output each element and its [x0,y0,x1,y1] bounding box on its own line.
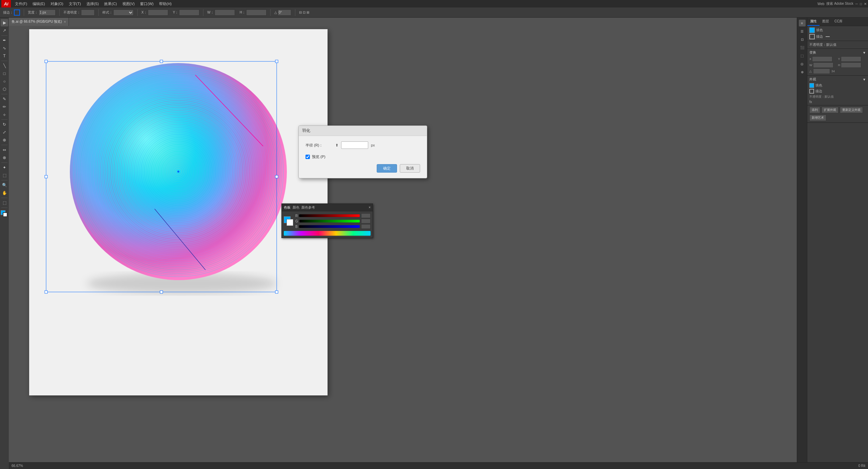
r-slider-track[interactable] [299,214,360,217]
tool-zoom[interactable]: 🔍 [1,181,8,189]
color-panel-close[interactable]: × [369,206,371,209]
tab-cc-libraries[interactable]: CC库 [832,18,845,26]
blur-ok-button[interactable]: 确定 [377,164,397,173]
blur-up-down[interactable]: ⬆ [335,143,338,148]
tool-ellipse[interactable]: ○ [1,78,8,85]
redefine-button[interactable]: 重新定义外观 [840,107,863,113]
handle-bl[interactable] [45,291,47,293]
menu-object[interactable]: 对象(O) [48,0,66,7]
handle-ml[interactable] [45,175,47,178]
handle-bc[interactable] [160,291,163,293]
y-input[interactable]: 800 px [179,9,199,16]
x-input[interactable]: 565.5 px [148,9,168,16]
handle-tr[interactable] [275,60,278,63]
tool-line[interactable]: ╲ [1,62,8,70]
t-x-input[interactable]: 565.5 px [812,56,832,62]
handle-mr[interactable] [275,175,278,178]
file-tab[interactable]: 鱼.ai @ 66.67% (RGB/GPU 预览) × [9,18,69,26]
opacity-input[interactable]: 100% [81,9,95,16]
new-art-button[interactable]: 新增艺术 [809,115,826,121]
blur-cancel-button[interactable]: 取消 [400,164,420,173]
color-panel-ref-tab[interactable]: 颜色参考 [301,205,315,210]
tool-pencil[interactable]: ✏ [1,103,8,111]
color-panel-color-tab[interactable]: 颜色 [293,205,299,210]
tool-artboard[interactable]: ⬚ [1,199,8,207]
angle-input[interactable] [278,9,291,16]
fx-label[interactable]: fx [809,100,812,104]
align-panel-icon[interactable]: ⬛ [799,44,806,51]
width-input[interactable] [39,9,56,16]
tool-width[interactable]: ⇔ [1,146,8,154]
transform-title: 变换 [809,50,816,55]
bg-swatch[interactable] [287,219,293,226]
blur-buttons: 确定 取消 [305,164,420,173]
appearance-panel-icon[interactable]: ◎ [799,60,806,67]
g-input[interactable]: 0 [361,219,371,223]
tool-hand[interactable]: ✋ [1,189,8,197]
r-input[interactable]: 0 [361,213,371,218]
appear-stroke-row: 描边 [809,89,866,94]
h-input[interactable]: 814 px [246,9,267,16]
menu-select[interactable]: 选择(S) [84,0,102,7]
color-spectrum-bar[interactable] [284,231,371,236]
maximize-icon[interactable]: □ [860,2,862,6]
tool-select[interactable]: ▶ [1,19,8,26]
handle-br[interactable] [275,291,278,293]
handle-tc[interactable] [160,60,163,63]
appear-stroke-swatch[interactable] [809,89,814,94]
stroke-color-swatch[interactable] [809,34,815,39]
blur-radius-input[interactable]: 250 [341,141,368,149]
tool-blend[interactable]: ⊗ [1,154,8,161]
menu-window[interactable]: 窗口(W) [137,0,156,7]
fill-color-swatch[interactable] [809,27,815,33]
menu-text[interactable]: 文字(T) [66,0,84,7]
add-effect-button[interactable]: 添列 [809,107,820,113]
tab-attributes[interactable]: 属性 [807,18,820,26]
close-icon[interactable]: ✕ [864,2,867,6]
tool-curvature[interactable]: ∿ [1,44,8,52]
layers-icon[interactable]: ☰ [799,28,806,35]
t-angle-input[interactable]: 0° [813,69,830,74]
tool-text[interactable]: T [1,52,8,60]
expand-appearance-button[interactable]: 扩展外观 [822,107,839,113]
menu-file[interactable]: 文件(F) [12,0,30,7]
transform-panel-icon[interactable]: ⬚ [799,52,806,59]
tool-rotate[interactable]: ↻ [1,121,8,128]
menu-edit[interactable]: 编辑(E) [30,0,48,7]
tool-scale[interactable]: ⤢ [1,129,8,136]
tool-warp[interactable]: ⊕ [1,136,8,144]
b-input[interactable]: 0 [361,224,371,229]
libraries-icon[interactable]: ⊡ [799,36,806,43]
appear-fill-swatch[interactable] [809,83,814,88]
tool-paintbrush[interactable]: ✎ [1,95,8,103]
menu-effect[interactable]: 效果(C) [101,0,119,7]
tool-shaper[interactable]: ⟡ [1,111,8,118]
toolbar-sep-1 [24,9,24,16]
t-h-input[interactable]: 814 px [841,62,861,68]
appearance-expand-icon[interactable]: ▼ [863,78,866,81]
tool-rect[interactable]: □ [1,70,8,77]
tool-measure[interactable]: ⬚ [1,172,8,179]
tool-pen[interactable]: ✒ [1,37,8,44]
pathfinder-icon[interactable]: ⊕ [799,69,806,75]
fill-stroke-swatch[interactable] [1,210,8,218]
t-y-input[interactable]: 814 px [841,56,861,62]
g-slider-track[interactable] [299,220,360,222]
color-panel-swatch-tab[interactable]: 色板 [284,205,291,210]
handle-tl[interactable] [45,60,47,63]
w-input[interactable]: 814 px [215,9,235,16]
transform-expand-icon[interactable]: ▼ [863,51,866,55]
style-select[interactable] [113,9,134,16]
blur-preview-checkbox[interactable] [305,155,310,159]
b-slider-track[interactable] [299,225,360,228]
properties-icon[interactable]: ≡ [799,20,806,26]
menu-view[interactable]: 视图(V) [120,0,138,7]
file-tab-close[interactable]: × [64,20,66,24]
tool-direct-select[interactable]: ↗ [1,27,8,34]
menu-help[interactable]: 帮助(H) [156,0,174,7]
tool-polygon[interactable]: ⬡ [1,85,8,93]
tool-eyedropper[interactable]: ✦ [1,164,8,171]
minimize-icon[interactable]: ─ [855,2,858,6]
tab-layers[interactable]: 图层 [820,18,832,26]
t-w-input[interactable]: 800 px [813,62,833,68]
